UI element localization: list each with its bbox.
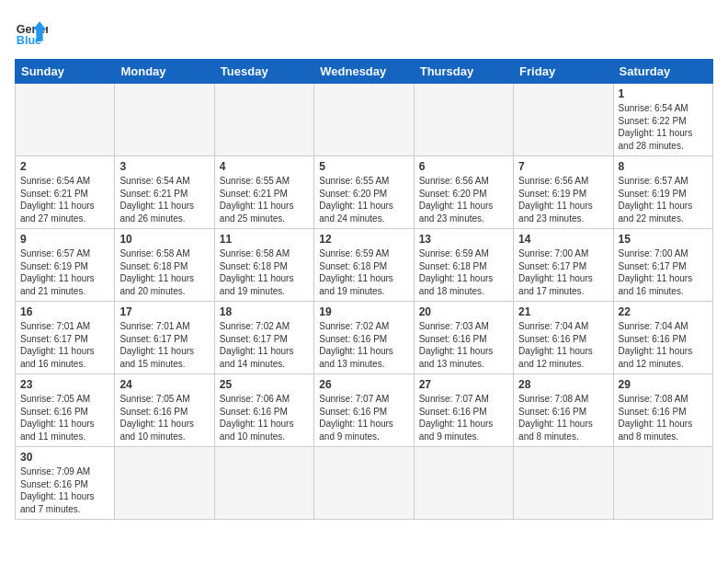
- day-info: Sunrise: 7:02 AM Sunset: 6:16 PM Dayligh…: [319, 320, 408, 370]
- day-number: 6: [419, 160, 508, 173]
- weekday-header-row: SundayMondayTuesdayWednesdayThursdayFrid…: [16, 60, 713, 84]
- day-number: 2: [20, 160, 109, 173]
- day-info: Sunrise: 7:01 AM Sunset: 6:17 PM Dayligh…: [119, 320, 209, 370]
- calendar-cell: 8Sunrise: 6:57 AM Sunset: 6:19 PM Daylig…: [613, 156, 712, 229]
- day-info: Sunrise: 7:01 AM Sunset: 6:17 PM Dayligh…: [20, 320, 109, 370]
- day-number: 13: [419, 233, 508, 246]
- day-number: 25: [220, 378, 309, 391]
- calendar-cell: [314, 447, 414, 520]
- calendar-table: SundayMondayTuesdayWednesdayThursdayFrid…: [15, 59, 713, 520]
- day-number: 11: [220, 233, 309, 246]
- day-info: Sunrise: 6:58 AM Sunset: 6:18 PM Dayligh…: [119, 247, 209, 297]
- day-number: 4: [220, 160, 309, 173]
- day-number: 24: [119, 378, 209, 391]
- day-number: 10: [119, 233, 209, 246]
- day-info: Sunrise: 7:05 AM Sunset: 6:16 PM Dayligh…: [119, 393, 209, 442]
- calendar-cell: 9Sunrise: 6:57 AM Sunset: 6:19 PM Daylig…: [16, 229, 115, 302]
- calendar-cell: 20Sunrise: 7:03 AM Sunset: 6:16 PM Dayli…: [414, 302, 513, 374]
- calendar-cell: 28Sunrise: 7:08 AM Sunset: 6:16 PM Dayli…: [514, 374, 613, 447]
- calendar-cell: 22Sunrise: 7:04 AM Sunset: 6:16 PM Dayli…: [613, 302, 712, 374]
- calendar-cell: [514, 84, 613, 156]
- day-info: Sunrise: 6:54 AM Sunset: 6:21 PM Dayligh…: [119, 175, 209, 224]
- calendar-cell: 25Sunrise: 7:06 AM Sunset: 6:16 PM Dayli…: [214, 374, 313, 447]
- day-number: 27: [419, 378, 508, 391]
- logo: General Blue: [15, 15, 48, 48]
- calendar-week-5: 23Sunrise: 7:05 AM Sunset: 6:16 PM Dayli…: [16, 374, 713, 447]
- weekday-header-friday: Friday: [514, 60, 613, 84]
- calendar-cell: 27Sunrise: 7:07 AM Sunset: 6:16 PM Dayli…: [414, 374, 513, 447]
- day-number: 21: [518, 305, 608, 318]
- day-number: 7: [518, 160, 608, 173]
- day-info: Sunrise: 7:07 AM Sunset: 6:16 PM Dayligh…: [419, 393, 508, 442]
- page-header: General Blue: [15, 15, 713, 48]
- day-info: Sunrise: 6:57 AM Sunset: 6:19 PM Dayligh…: [619, 175, 708, 224]
- day-info: Sunrise: 6:54 AM Sunset: 6:22 PM Dayligh…: [619, 102, 708, 152]
- day-number: 29: [619, 378, 708, 391]
- calendar-cell: [214, 84, 313, 156]
- calendar-cell: [613, 447, 712, 520]
- calendar-cell: 17Sunrise: 7:01 AM Sunset: 6:17 PM Dayli…: [115, 302, 214, 374]
- calendar-cell: 6Sunrise: 6:56 AM Sunset: 6:20 PM Daylig…: [414, 156, 513, 229]
- day-info: Sunrise: 7:00 AM Sunset: 6:17 PM Dayligh…: [518, 247, 608, 297]
- day-number: 30: [20, 451, 109, 464]
- day-number: 20: [419, 305, 508, 318]
- calendar-cell: 11Sunrise: 6:58 AM Sunset: 6:18 PM Dayli…: [214, 229, 313, 302]
- day-info: Sunrise: 7:05 AM Sunset: 6:16 PM Dayligh…: [20, 393, 109, 442]
- calendar-cell: 18Sunrise: 7:02 AM Sunset: 6:17 PM Dayli…: [214, 302, 313, 374]
- weekday-header-wednesday: Wednesday: [314, 60, 414, 84]
- day-number: 14: [518, 233, 608, 246]
- calendar-cell: 1Sunrise: 6:54 AM Sunset: 6:22 PM Daylig…: [613, 84, 712, 156]
- calendar-cell: [115, 447, 214, 520]
- weekday-header-sunday: Sunday: [16, 60, 115, 84]
- calendar-week-4: 16Sunrise: 7:01 AM Sunset: 6:17 PM Dayli…: [16, 302, 713, 374]
- calendar-cell: 26Sunrise: 7:07 AM Sunset: 6:16 PM Dayli…: [314, 374, 414, 447]
- calendar-cell: [214, 447, 313, 520]
- day-info: Sunrise: 6:59 AM Sunset: 6:18 PM Dayligh…: [419, 247, 508, 297]
- calendar-cell: 2Sunrise: 6:54 AM Sunset: 6:21 PM Daylig…: [16, 156, 115, 229]
- calendar-week-1: 1Sunrise: 6:54 AM Sunset: 6:22 PM Daylig…: [16, 84, 713, 156]
- day-info: Sunrise: 7:02 AM Sunset: 6:17 PM Dayligh…: [220, 320, 309, 370]
- calendar-cell: 29Sunrise: 7:08 AM Sunset: 6:16 PM Dayli…: [613, 374, 712, 447]
- day-number: 1: [619, 87, 708, 100]
- calendar-cell: [414, 447, 513, 520]
- day-number: 17: [119, 305, 209, 318]
- day-number: 26: [319, 378, 408, 391]
- calendar-week-6: 30Sunrise: 7:09 AM Sunset: 6:16 PM Dayli…: [16, 447, 713, 520]
- day-info: Sunrise: 6:56 AM Sunset: 6:19 PM Dayligh…: [518, 175, 608, 224]
- weekday-header-thursday: Thursday: [414, 60, 513, 84]
- calendar-cell: 4Sunrise: 6:55 AM Sunset: 6:21 PM Daylig…: [214, 156, 313, 229]
- day-info: Sunrise: 7:08 AM Sunset: 6:16 PM Dayligh…: [518, 393, 608, 442]
- calendar-cell: 19Sunrise: 7:02 AM Sunset: 6:16 PM Dayli…: [314, 302, 414, 374]
- calendar-cell: 13Sunrise: 6:59 AM Sunset: 6:18 PM Dayli…: [414, 229, 513, 302]
- day-number: 8: [619, 160, 708, 173]
- day-number: 12: [319, 233, 408, 246]
- calendar-week-3: 9Sunrise: 6:57 AM Sunset: 6:19 PM Daylig…: [16, 229, 713, 302]
- day-number: 28: [518, 378, 608, 391]
- calendar-cell: [414, 84, 513, 156]
- day-info: Sunrise: 6:58 AM Sunset: 6:18 PM Dayligh…: [220, 247, 309, 297]
- calendar-cell: 10Sunrise: 6:58 AM Sunset: 6:18 PM Dayli…: [115, 229, 214, 302]
- day-info: Sunrise: 7:04 AM Sunset: 6:16 PM Dayligh…: [619, 320, 708, 370]
- calendar-cell: 12Sunrise: 6:59 AM Sunset: 6:18 PM Dayli…: [314, 229, 414, 302]
- calendar-cell: 3Sunrise: 6:54 AM Sunset: 6:21 PM Daylig…: [115, 156, 214, 229]
- calendar-cell: 23Sunrise: 7:05 AM Sunset: 6:16 PM Dayli…: [16, 374, 115, 447]
- calendar-cell: 21Sunrise: 7:04 AM Sunset: 6:16 PM Dayli…: [514, 302, 613, 374]
- day-info: Sunrise: 6:56 AM Sunset: 6:20 PM Dayligh…: [419, 175, 508, 224]
- calendar-cell: [115, 84, 214, 156]
- day-number: 3: [119, 160, 209, 173]
- calendar-cell: 15Sunrise: 7:00 AM Sunset: 6:17 PM Dayli…: [613, 229, 712, 302]
- day-number: 16: [20, 305, 109, 318]
- day-info: Sunrise: 6:54 AM Sunset: 6:21 PM Dayligh…: [20, 175, 109, 224]
- calendar-cell: 30Sunrise: 7:09 AM Sunset: 6:16 PM Dayli…: [16, 447, 115, 520]
- day-info: Sunrise: 6:55 AM Sunset: 6:21 PM Dayligh…: [220, 175, 309, 224]
- day-number: 22: [619, 305, 708, 318]
- day-info: Sunrise: 6:57 AM Sunset: 6:19 PM Dayligh…: [20, 247, 109, 297]
- calendar-cell: 14Sunrise: 7:00 AM Sunset: 6:17 PM Dayli…: [514, 229, 613, 302]
- day-info: Sunrise: 7:00 AM Sunset: 6:17 PM Dayligh…: [619, 247, 708, 297]
- day-number: 19: [319, 305, 408, 318]
- day-number: 5: [319, 160, 408, 173]
- day-number: 9: [20, 233, 109, 246]
- day-info: Sunrise: 7:03 AM Sunset: 6:16 PM Dayligh…: [419, 320, 508, 370]
- calendar-cell: 16Sunrise: 7:01 AM Sunset: 6:17 PM Dayli…: [16, 302, 115, 374]
- day-info: Sunrise: 6:59 AM Sunset: 6:18 PM Dayligh…: [319, 247, 408, 297]
